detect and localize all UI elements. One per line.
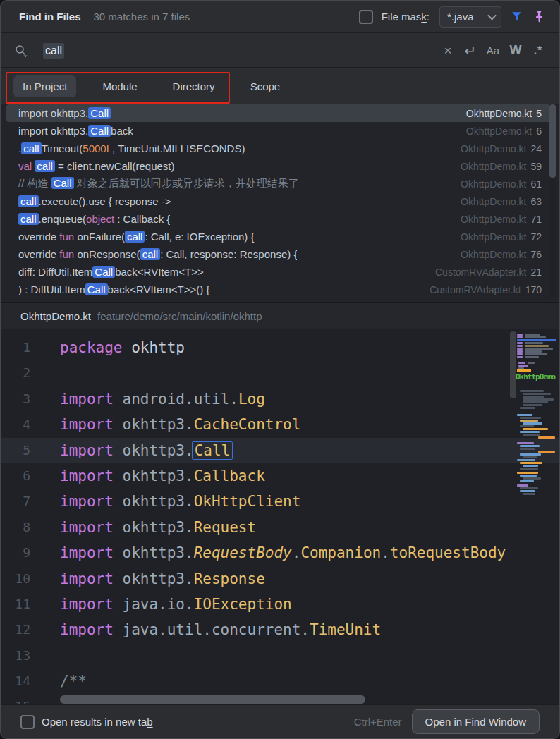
result-row[interactable]: .callTimeout(5000L, TimeUnit.MILLISECOND… (6, 140, 554, 157)
code-line[interactable]: 2 (1, 360, 559, 386)
result-row[interactable]: // 构造 Call 对象之后就可以同步或异步请求，并处理结果了OkhttpDe… (6, 175, 554, 193)
search-input[interactable]: call × ↵ Aa W .* (1, 34, 559, 68)
minimap-bar (538, 451, 555, 453)
code-segment: import (60, 519, 114, 536)
code-content: import okhttp3.Callback (54, 463, 265, 489)
minimap-bar (525, 336, 546, 338)
code-content (54, 360, 60, 386)
chevron-down-icon[interactable] (482, 13, 501, 20)
open-in-find-window-button[interactable]: Open in Find Window (412, 709, 540, 734)
code-segment: fun (59, 248, 74, 260)
result-text: call.execute().use { response -> (18, 195, 171, 207)
tab-directory[interactable]: Directory (164, 75, 224, 97)
tab-scope[interactable]: Scope (241, 75, 290, 97)
code-segment: : Callback { (114, 213, 170, 225)
result-row[interactable]: ) : DiffUtil.ItemCallback<RVItem<T>>() {… (6, 281, 554, 298)
result-text: override fun onResponse(call: Call, resp… (18, 248, 297, 260)
result-row[interactable]: import okhttp3.CallbackOkhttpDemo.kt6 (6, 122, 554, 140)
dialog-header: Find in Files 30 matches in 7 files File… (1, 1, 559, 33)
code-line[interactable]: 9import okhttp3.RequestBody.Companion.to… (1, 540, 559, 566)
code-content: import okhttp3.Request (54, 515, 256, 540)
code-content: import okhttp3.OkHttpClient (54, 489, 300, 514)
code-line[interactable]: 3import android.util.Log (1, 386, 559, 412)
regex-icon[interactable]: .* (530, 44, 547, 57)
result-file: OkhttpDemo.kt6 (466, 126, 542, 137)
code-segment: .enqueue( (39, 213, 87, 225)
code-content: import android.util.Log (54, 386, 265, 412)
code-segment: override (18, 248, 59, 260)
code-line[interactable]: 14/** (1, 668, 559, 694)
preview-file-name: OkhttpDemo.kt (20, 310, 91, 322)
code-line[interactable]: 5import okhttp3.Call (1, 438, 559, 463)
code-segment: 5000L (83, 142, 112, 154)
result-row[interactable]: override fun onResponse(call: Call, resp… (6, 245, 554, 263)
line-number: 12 (1, 617, 54, 642)
code-editor[interactable]: 1package okhttp23import android.util.Log… (1, 329, 559, 706)
result-row[interactable]: call.enqueue(object : Callback {OkhttpDe… (6, 210, 554, 228)
code-segment: okhttp3. (114, 519, 194, 536)
code-segment: import (60, 570, 114, 587)
code-line[interactable]: 1package okhttp (1, 335, 559, 360)
minimap-bar (538, 436, 555, 439)
results-list: import okhttp3.CallOkhttpDemo.kt5import … (1, 104, 559, 303)
match-highlight: call (140, 248, 161, 260)
code-segment: IOException (194, 596, 292, 613)
code-line[interactable]: 12import java.util.concurrent.TimeUnit (1, 617, 559, 642)
match-highlight: Call (85, 283, 108, 295)
preview-file-path: feature/demo/src/main/kotlin/okhttp (97, 310, 262, 322)
file-mask-checkbox[interactable] (359, 10, 373, 24)
results-scrollbar-thumb[interactable] (549, 104, 556, 178)
result-file: OkhttpDemo.kt24 (461, 143, 542, 154)
code-segment: . (292, 544, 301, 561)
result-text: .callTimeout(5000L, TimeUnit.MILLISECOND… (18, 142, 245, 154)
minimap-bar (520, 445, 540, 447)
result-row[interactable]: call.execute().use { response ->OkhttpDe… (6, 193, 554, 210)
clear-icon[interactable]: × (439, 43, 456, 59)
editor-vertical-scrollbar[interactable] (510, 331, 516, 398)
match-highlight: Call (92, 266, 115, 278)
code-segment: import (60, 416, 114, 433)
match-highlight: call (35, 160, 55, 172)
minimap-bar (520, 487, 538, 489)
open-in-new-tab-checkbox[interactable] (20, 715, 35, 729)
code-line[interactable]: 6import okhttp3.Callback (1, 463, 559, 489)
insert-newline-icon[interactable]: ↵ (462, 42, 479, 59)
result-row[interactable]: diff: DiffUtil.ItemCallback<RVItem<T>>Cu… (6, 263, 554, 281)
shortcut-hint: Ctrl+Enter (354, 716, 402, 728)
code-line[interactable]: 10import okhttp3.Response (1, 566, 559, 592)
minimap-bar (520, 453, 541, 456)
code-segment: TimeUnit (310, 621, 381, 638)
minimap-bar (523, 428, 548, 430)
result-row[interactable]: val call = client.newCall(request)Okhttp… (6, 157, 554, 175)
file-mask-select[interactable]: *.java (439, 6, 501, 28)
pin-icon[interactable] (531, 9, 547, 25)
result-row[interactable]: override fun onFailure(call: Call, e: IO… (6, 228, 554, 245)
match-case-icon[interactable]: Aa (485, 44, 501, 56)
result-file: OkhttpDemo.kt59 (461, 161, 542, 172)
minimap-bar (517, 345, 523, 347)
filter-icon[interactable] (509, 9, 524, 25)
editor-horizontal-scrollbar[interactable] (60, 695, 365, 704)
minimap-bar (523, 456, 537, 458)
whole-words-icon[interactable]: W (507, 43, 524, 58)
tab-module[interactable]: Module (93, 75, 146, 97)
scope-tabs-row: In ProjectModuleDirectoryScope (1, 68, 559, 104)
line-number: 11 (1, 592, 54, 617)
code-line[interactable]: 11import java.io.IOException (1, 592, 559, 617)
search-icon[interactable] (13, 43, 29, 59)
line-number: 5 (1, 438, 54, 463)
code-line[interactable]: 8import okhttp3.Request (1, 515, 559, 540)
result-row[interactable]: import okhttp3.CallOkhttpDemo.kt5 (6, 104, 554, 122)
minimap[interactable]: OkhttpDemo (516, 331, 559, 500)
file-mask-label: File mask: (382, 11, 430, 23)
code-line[interactable]: 7import okhttp3.OkHttpClient (1, 489, 559, 514)
tab-in-project[interactable]: In Project (13, 75, 76, 97)
minimap-bar (520, 420, 538, 422)
minimap-file-label: OkhttpDemo (516, 372, 555, 381)
code-line[interactable]: 4import okhttp3.CacheControl (1, 412, 559, 437)
code-segment: import (60, 493, 114, 510)
minimap-bar (517, 369, 531, 372)
minimap-bar (517, 442, 534, 444)
result-file: CustomRVAdapter.kt170 (430, 284, 542, 295)
code-line[interactable]: 13 (1, 643, 559, 668)
